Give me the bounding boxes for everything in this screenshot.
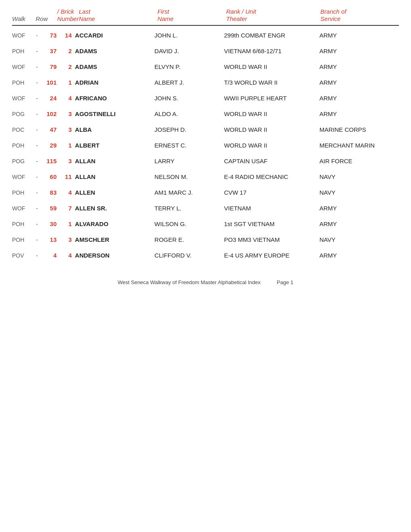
cell-rank: WORLD WAR II	[224, 110, 320, 117]
table-row: POC - 47 3 ALBA JOSEPH D. WORLD WAR II M…	[12, 122, 399, 137]
cell-branch: NAVY	[320, 236, 399, 243]
cell-brick: 1	[59, 220, 75, 227]
table-row: POH - 29 1 ALBERT ERNEST C. WORLD WAR II…	[12, 137, 399, 153]
cell-branch: AIR FORCE	[320, 158, 399, 164]
table-row: POH - 83 4 ALLEN AM1 MARC J. CVW 17 NAVY	[12, 185, 399, 200]
cell-last: ANDERSON	[75, 252, 154, 259]
cell-first: ALBERT J.	[154, 79, 224, 86]
header-rank: Rank / UnitTheater	[226, 8, 320, 23]
cell-dash: -	[36, 174, 43, 180]
table-row: POH - 101 1 ADRIAN ALBERT J. T/3 WORLD W…	[12, 75, 399, 90]
table-row: POH - 37 2 ADAMS DAVID J. VIETNAM 6/68-1…	[12, 43, 399, 59]
cell-dash: -	[36, 221, 43, 227]
header-row: Row	[35, 15, 57, 23]
cell-last: ALLAN	[75, 158, 154, 164]
cell-last: AMSCHLER	[75, 236, 154, 243]
footer-text: West Seneca Walkway of Freedom Master Al…	[118, 279, 261, 285]
cell-branch: ARMY	[320, 32, 399, 39]
cell-brick: 2	[59, 48, 75, 54]
cell-branch: ARMY	[320, 63, 399, 70]
cell-last: ALLEN	[75, 189, 154, 196]
cell-walk: WOF	[12, 32, 36, 39]
cell-walk: WOF	[12, 64, 36, 70]
header-walk: Walk	[12, 15, 35, 23]
cell-branch: NAVY	[320, 189, 399, 196]
cell-dash: -	[36, 32, 43, 39]
cell-dash: -	[36, 189, 43, 196]
cell-walk: POH	[12, 221, 36, 227]
cell-branch: ARMY	[320, 79, 399, 86]
header-last: LastName	[79, 8, 158, 23]
cell-dash: -	[36, 111, 43, 117]
cell-first: TERRY L.	[154, 205, 224, 212]
table-row: WOF - 59 7 ALLEN SR. TERRY L. VIETNAM AR…	[12, 200, 399, 216]
cell-walk: POH	[12, 189, 36, 196]
table-header: Walk Row / BrickNumber LastName FirstNam…	[12, 8, 399, 26]
table-body: WOF - 73 14 ACCARDI JOHN L. 299th COMBAT…	[12, 27, 399, 263]
header-brick: / BrickNumber	[57, 8, 79, 23]
cell-walk: WOF	[12, 174, 36, 180]
cell-row: 24	[43, 95, 59, 102]
cell-first: AM1 MARC J.	[154, 189, 224, 196]
cell-dash: -	[36, 237, 43, 243]
cell-first: LARRY	[154, 158, 224, 164]
cell-branch: ARMY	[320, 110, 399, 117]
cell-brick: 4	[59, 252, 75, 259]
cell-brick: 11	[59, 173, 75, 180]
table-row: WOF - 73 14 ACCARDI JOHN L. 299th COMBAT…	[12, 27, 399, 43]
cell-dash: -	[36, 95, 43, 102]
cell-row: 60	[43, 173, 59, 180]
table-row: POV - 4 4 ANDERSON CLIFFORD V. E-4 US AR…	[12, 247, 399, 263]
table-row: POG - 115 3 ALLAN LARRY CAPTAIN USAF AIR…	[12, 153, 399, 169]
cell-first: ELVYN P.	[154, 63, 224, 70]
cell-row: 101	[43, 79, 59, 86]
cell-brick: 4	[59, 189, 75, 196]
table-row: WOF - 60 11 ALLAN NELSON M. E-4 RADIO ME…	[12, 169, 399, 185]
cell-walk: POV	[12, 252, 36, 259]
cell-rank: WORLD WAR II	[224, 126, 320, 133]
cell-dash: -	[36, 64, 43, 70]
cell-row: 13	[43, 236, 59, 243]
cell-row: 47	[43, 126, 59, 133]
cell-rank: CAPTAIN USAF	[224, 158, 320, 164]
table-row: WOF - 79 2 ADAMS ELVYN P. WORLD WAR II A…	[12, 59, 399, 75]
cell-brick: 2	[59, 63, 75, 70]
cell-walk: POH	[12, 237, 36, 243]
cell-row: 30	[43, 220, 59, 227]
cell-walk: POH	[12, 142, 36, 149]
cell-branch: ARMY	[320, 48, 399, 54]
cell-first: ERNEST C.	[154, 142, 224, 149]
cell-row: 79	[43, 63, 59, 70]
cell-rank: WORLD WAR II	[224, 142, 320, 149]
cell-branch: ARMY	[320, 95, 399, 102]
cell-walk: POH	[12, 79, 36, 86]
header-first: FirstName	[158, 8, 226, 23]
cell-last: AFRICANO	[75, 95, 154, 102]
cell-first: DAVID J.	[154, 48, 224, 54]
cell-rank: E-4 RADIO MECHANIC	[224, 173, 320, 180]
cell-first: JOHN S.	[154, 95, 224, 102]
cell-branch: ARMY	[320, 252, 399, 259]
cell-brick: 14	[59, 32, 75, 39]
footer-page: Page 1	[277, 279, 293, 285]
cell-branch: MERCHANT MARIN	[320, 142, 399, 149]
cell-branch: ARMY	[320, 205, 399, 212]
cell-row: 29	[43, 142, 59, 149]
cell-row: 37	[43, 48, 59, 54]
cell-first: JOHN L.	[154, 32, 224, 39]
cell-rank: VIETNAM	[224, 205, 320, 212]
cell-walk: POH	[12, 48, 36, 54]
cell-brick: 3	[59, 126, 75, 133]
cell-dash: -	[36, 142, 43, 149]
cell-last: ALLEN SR.	[75, 205, 154, 212]
cell-row: 73	[43, 32, 59, 39]
cell-rank: E-4 US ARMY EUROPE	[224, 252, 320, 259]
table-row: POH - 30 1 ALVARADO WILSON G. 1st SGT VI…	[12, 216, 399, 232]
cell-row: 59	[43, 205, 59, 212]
cell-brick: 3	[59, 236, 75, 243]
cell-dash: -	[36, 252, 43, 259]
cell-walk: POG	[12, 111, 36, 117]
cell-first: ALDO A.	[154, 110, 224, 117]
cell-rank: 299th COMBAT ENGR	[224, 32, 320, 39]
cell-first: NELSON M.	[154, 173, 224, 180]
